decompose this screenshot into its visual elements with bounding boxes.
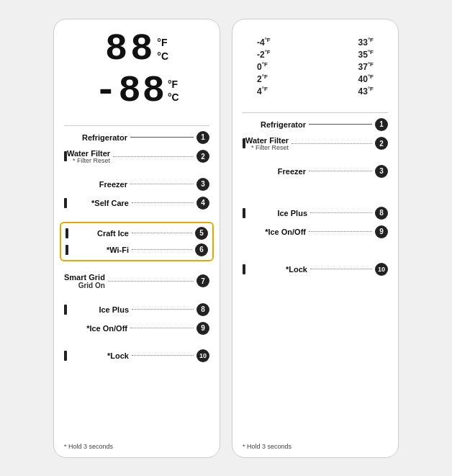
temp-right-1: 33°F: [358, 37, 374, 48]
r-badge-9: 9: [375, 225, 388, 238]
r-ice-plus-group: Ice Plus 8: [243, 206, 388, 220]
wifi-label: *Wi-Fi: [68, 246, 129, 254]
r-badge-2: 2: [375, 137, 388, 150]
right-panel: -4°F 33°F -2°F 35°F 0°F 37°F 2°F 40°F 4°…: [232, 19, 399, 458]
r-ice-on-off-group: *Ice On/Off 9: [243, 225, 388, 239]
badge-6: 6: [195, 243, 208, 256]
temp-right-2: 35°F: [358, 49, 374, 60]
r-water-filter-group: Water Filter * Filter Reset 2: [243, 136, 388, 151]
temp-row-2: -2°F 35°F: [257, 49, 374, 60]
ice-on-off-group: *Ice On/Off 9: [64, 321, 209, 336]
badge-8: 8: [196, 303, 209, 316]
badge-9: 9: [196, 322, 209, 335]
temp-left-4: 2°F: [257, 73, 268, 84]
left-footnote: * Hold 3 seconds: [64, 443, 113, 450]
temp-right-3: 37°F: [358, 61, 374, 72]
r-refrigerator-group: Refrigerator 1: [243, 117, 388, 132]
ice-plus-group: Ice Plus 8: [64, 302, 209, 317]
temp-left-1: -4°F: [257, 37, 271, 48]
r-badge-10: 10: [375, 263, 388, 276]
temp-row-5: 4°F 43°F: [257, 86, 374, 96]
bottom-unit-c: °C: [168, 91, 179, 104]
r-lock-group: *Lock 10: [243, 262, 388, 277]
refrigerator-group: Refrigerator 1: [64, 130, 209, 145]
temp-left-3: 0°F: [257, 61, 268, 72]
temp-right-5: 43°F: [358, 86, 374, 96]
temp-row-3: 0°F 37°F: [257, 61, 374, 72]
smart-grid-group: Smart Grid Grid On 7: [64, 273, 209, 289]
lcd-display-section: 88 °F °C -88 °F °C: [64, 31, 209, 118]
badge-1: 1: [196, 131, 209, 144]
ice-plus-label: Ice Plus: [67, 305, 129, 314]
temp-table: -4°F 33°F -2°F 35°F 0°F 37°F 2°F 40°F 4°…: [243, 31, 388, 102]
temp-row-4: 2°F 40°F: [257, 73, 374, 84]
r-badge-8: 8: [375, 207, 388, 220]
r-ice-plus-label: Ice Plus: [245, 209, 307, 217]
freezer-group: Freezer 3: [64, 177, 209, 192]
left-panel: 88 °F °C -88 °F °C: [53, 19, 220, 458]
right-controls-section: Refrigerator 1 Water Filter * Filter Res…: [243, 117, 388, 277]
freezer-label: Freezer: [64, 180, 127, 189]
r-badge-3: 3: [375, 165, 388, 178]
badge-7: 7: [196, 274, 209, 287]
self-care-label: *Self Care: [67, 199, 129, 207]
bottom-digits: -88: [94, 70, 166, 112]
badge-10: 10: [196, 349, 209, 362]
smart-grid-label: Smart Grid: [64, 273, 105, 282]
lock-group: *Lock 10: [64, 349, 209, 363]
ice-on-off-label: *Ice On/Off: [64, 324, 127, 333]
craft-ice-label: Craft Ice: [68, 229, 129, 238]
lock-label: *Lock: [67, 351, 129, 360]
filter-reset-label: * Filter Reset: [73, 157, 110, 164]
temp-left-5: 4°F: [257, 86, 268, 96]
r-freezer-group: Freezer 3: [243, 164, 388, 179]
r-freezer-label: Freezer: [243, 167, 306, 176]
self-care-group: *Self Care 4: [64, 196, 209, 210]
temp-left-2: -2°F: [257, 49, 271, 60]
right-footnote: * Hold 3 seconds: [243, 443, 291, 450]
r-badge-1: 1: [375, 118, 388, 131]
badge-2: 2: [196, 150, 209, 163]
r-ice-on-off-label: *Ice On/Off: [243, 228, 306, 236]
grid-on-label: Grid On: [78, 282, 105, 289]
refrigerator-label: Refrigerator: [64, 133, 127, 142]
temp-row-1: -4°F 33°F: [257, 37, 374, 48]
r-lock-label: *Lock: [245, 265, 307, 274]
r-filter-reset-label: * Filter Reset: [251, 144, 289, 151]
bottom-unit-f: °F: [168, 78, 179, 91]
r-refrigerator-label: Refrigerator: [243, 120, 306, 129]
top-unit-c: °C: [157, 50, 168, 63]
badge-3: 3: [196, 178, 209, 191]
badge-4: 4: [196, 197, 209, 210]
panels-container: 88 °F °C -88 °F °C: [42, 7, 410, 470]
left-controls-section: Refrigerator 1 Water Filter * Filter Res…: [64, 130, 209, 363]
water-filter-group: Water Filter * Filter Reset 2: [64, 149, 209, 164]
highlighted-group: Craft Ice 5 *Wi-Fi 6: [60, 222, 214, 261]
temp-right-4: 40°F: [358, 73, 374, 84]
top-digits: 88: [105, 31, 155, 68]
top-unit-f: °F: [157, 36, 168, 49]
badge-5: 5: [195, 227, 208, 240]
